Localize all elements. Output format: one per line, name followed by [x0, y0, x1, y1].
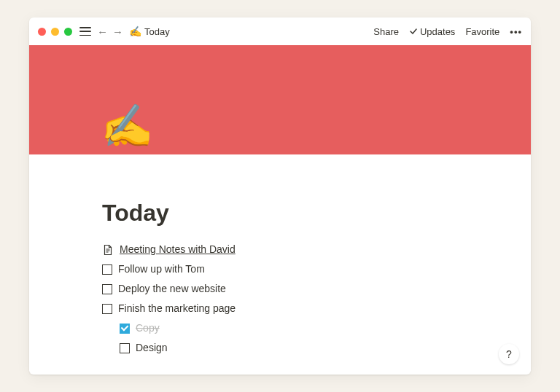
breadcrumb[interactable]: ✍️ Today	[129, 26, 170, 37]
minimize-window-button[interactable]	[51, 28, 59, 36]
checkbox[interactable]	[102, 304, 112, 314]
toolbar-right: Share Updates Favorite •••	[373, 26, 522, 37]
share-button[interactable]: Share	[373, 26, 399, 37]
back-button[interactable]: ←	[97, 26, 108, 38]
page-link-label: Meeting Notes with David	[120, 242, 236, 257]
todo-label: Finish the marketing page	[118, 301, 236, 316]
todo-label: Copy	[136, 321, 160, 336]
todo-label: Design	[136, 340, 168, 356]
more-menu-icon[interactable]: •••	[510, 26, 522, 37]
favorite-button[interactable]: Favorite	[465, 26, 499, 37]
todo-row[interactable]: Follow up with Tom	[102, 259, 458, 279]
page-link-row[interactable]: Meeting Notes with David	[102, 240, 458, 259]
help-button[interactable]: ?	[499, 344, 519, 364]
nav-arrows: ← →	[97, 26, 123, 38]
updates-button[interactable]: Updates	[409, 26, 455, 37]
checkbox-checked[interactable]	[120, 324, 130, 334]
todo-row[interactable]: Design	[102, 338, 458, 358]
window-controls	[38, 28, 72, 36]
maximize-window-button[interactable]	[64, 28, 72, 36]
check-icon	[409, 27, 418, 36]
page-title[interactable]: Today	[102, 200, 458, 227]
close-window-button[interactable]	[38, 28, 46, 36]
checkbox[interactable]	[120, 343, 130, 353]
breadcrumb-icon: ✍️	[129, 26, 141, 37]
updates-label: Updates	[420, 26, 455, 37]
todo-label: Follow up with Tom	[118, 262, 205, 277]
todo-row[interactable]: Deploy the new website	[102, 279, 458, 299]
checkbox[interactable]	[102, 284, 112, 294]
checkbox[interactable]	[102, 264, 112, 275]
todo-row[interactable]: Finish the marketing page	[102, 299, 458, 318]
page-icon[interactable]: ✍️	[101, 105, 153, 147]
todo-row[interactable]: Copy	[102, 318, 458, 338]
forward-button[interactable]: →	[112, 26, 123, 38]
sidebar-toggle-icon[interactable]	[79, 27, 91, 36]
toolbar: ← → ✍️ Today Share Updates Favorite •••	[29, 17, 531, 45]
app-window: ← → ✍️ Today Share Updates Favorite ••• …	[29, 17, 531, 375]
todo-label: Deploy the new website	[118, 281, 226, 297]
page-content: Today Meeting Notes with David Follow up…	[29, 154, 531, 372]
breadcrumb-title: Today	[144, 26, 170, 37]
page-icon-small	[102, 244, 114, 256]
